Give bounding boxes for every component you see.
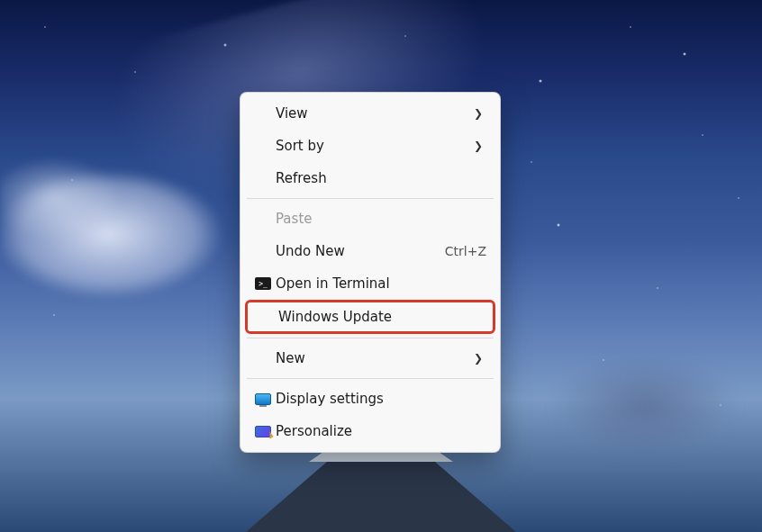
menu-item-label: Display settings xyxy=(276,391,486,407)
menu-item-refresh[interactable]: Refresh xyxy=(245,162,495,194)
menu-item-windows-update[interactable]: Windows Update xyxy=(248,302,493,331)
menu-item-label: Sort by xyxy=(276,138,474,154)
desktop-wallpaper xyxy=(528,316,762,478)
desktop-context-menu: View ❯ Sort by ❯ Refresh Paste Undo New … xyxy=(240,92,501,453)
chevron-right-icon: ❯ xyxy=(474,352,486,365)
chevron-right-icon: ❯ xyxy=(474,107,486,120)
menu-item-label: Paste xyxy=(276,211,486,227)
menu-item-label: Refresh xyxy=(276,170,486,186)
menu-item-open-terminal[interactable]: >_ Open in Terminal xyxy=(245,267,495,300)
menu-item-paste: Paste xyxy=(245,203,495,235)
menu-item-label: Personalize xyxy=(276,423,486,439)
menu-item-label: Windows Update xyxy=(278,309,484,325)
personalize-icon xyxy=(250,426,276,437)
monitor-icon xyxy=(250,393,276,405)
chevron-right-icon: ❯ xyxy=(474,140,486,152)
menu-separator xyxy=(247,198,494,199)
menu-item-shortcut: Ctrl+Z xyxy=(445,244,486,258)
menu-item-view[interactable]: View ❯ xyxy=(245,97,495,130)
terminal-icon: >_ xyxy=(250,277,276,290)
menu-item-label: New xyxy=(276,350,474,366)
menu-item-sort-by[interactable]: Sort by ❯ xyxy=(245,130,495,162)
menu-separator xyxy=(247,338,494,338)
menu-item-display-settings[interactable]: Display settings xyxy=(245,383,495,415)
desktop-wallpaper xyxy=(0,126,252,324)
menu-item-personalize[interactable]: Personalize xyxy=(245,415,495,447)
annotation-highlight: Windows Update xyxy=(245,300,495,334)
menu-item-new[interactable]: New ❯ xyxy=(245,342,495,374)
menu-item-label: Open in Terminal xyxy=(276,275,486,292)
menu-item-label: View xyxy=(276,105,474,122)
menu-item-undo-new[interactable]: Undo New Ctrl+Z xyxy=(245,235,495,267)
menu-separator xyxy=(247,378,494,379)
menu-item-label: Undo New xyxy=(276,243,445,259)
